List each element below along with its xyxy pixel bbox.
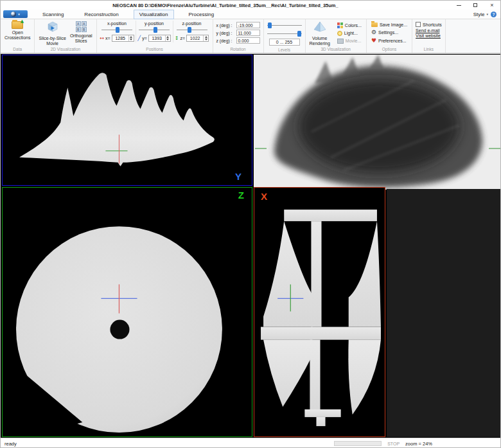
chevron-down-icon: ▾ <box>486 12 488 16</box>
ribbon-group-2d-visualization: Slice-by-Slice Movie AABB Orthogonal Sli… <box>35 19 96 53</box>
y-axis-icon: ╱ <box>137 36 141 41</box>
y-position-slider[interactable] <box>139 27 170 33</box>
ribbon-group-options: Save Image... ⚙ Settings... ♥ Preference… <box>367 19 412 53</box>
open-folder-icon: ▲ <box>12 21 23 29</box>
cube-play-icon <box>47 21 58 35</box>
projection-image[interactable] <box>254 55 501 190</box>
rotation-x-row: x (deg) : -19.000 <box>216 22 260 28</box>
rotation-z-label: z (deg) : <box>216 39 235 43</box>
y-prefix: y= <box>142 36 147 40</box>
orthogonal-slices-button[interactable]: AABB Orthogonal Slices <box>68 21 94 44</box>
tab-visualization[interactable]: Visualization <box>134 10 174 19</box>
rotation-y-label: y (deg) : <box>216 31 235 35</box>
maximize-button[interactable] <box>467 1 484 10</box>
application-menu-button[interactable]: ▾ <box>3 10 28 18</box>
rotation-y-row: y (deg) : 11.000 <box>216 30 260 36</box>
heart-icon: ♥ <box>371 38 376 44</box>
levels-high-slider[interactable] <box>267 31 302 37</box>
titlebar: NEOSCAN 80 D:\DEMO\Firenze\AluTurbine\Al… <box>1 1 500 10</box>
y-slice-image[interactable] <box>3 55 252 185</box>
shortcuts-checkbox-row[interactable]: Shortcuts <box>416 22 442 27</box>
group-label-levels: Levels <box>266 47 303 53</box>
ribbon-group-levels: 0 ... 255 Levels <box>264 19 306 53</box>
rotation-y-value[interactable]: 11.000 <box>236 30 260 36</box>
shortcuts-checkbox[interactable] <box>416 22 421 27</box>
progress-bar <box>334 441 382 446</box>
rotation-z-row: z (deg) : 0.000 <box>216 37 260 44</box>
z-position-spinbox[interactable]: 1022 <box>186 35 209 42</box>
y-position-value[interactable]: 1393 <box>149 35 165 41</box>
movie-button[interactable]: Movie... <box>336 37 363 44</box>
style-label: Style <box>473 12 485 17</box>
x-spinner-buttons[interactable] <box>128 35 134 41</box>
x-position-slider[interactable] <box>101 27 132 33</box>
orthogonal-slices-icon: AABB <box>76 21 87 32</box>
tab-processing[interactable]: Processing <box>183 10 220 19</box>
window-title: NEOSCAN 80 D:\DEMO\Firenze\AluTurbine\Al… <box>1 3 450 8</box>
colors-label: Colors... <box>345 23 362 28</box>
ribbon-group-rotation: x (deg) : -19.000 y (deg) : 11.000 z (de… <box>213 19 264 53</box>
tab-scanning[interactable]: Scanning <box>37 10 69 19</box>
projection-view[interactable] <box>254 55 501 190</box>
z-position-control: z-position ↕ z= 1022 <box>173 21 211 42</box>
minimize-button[interactable] <box>450 1 467 10</box>
z-view-label: Z <box>238 190 244 200</box>
open-crossections-button[interactable]: ▲ Open Crossections <box>3 21 32 40</box>
open-crossections-label: Open Crossections <box>4 30 30 40</box>
settings-button[interactable]: ⚙ Settings... <box>370 28 409 36</box>
shortcuts-label: Shortcuts <box>423 22 442 27</box>
z-spinner-buttons[interactable] <box>203 35 208 41</box>
slice-by-slice-movie-label: Slice-by-Slice Movie <box>39 36 66 46</box>
ribbon-group-links: Shortcuts Send e-mail Visit website Link… <box>412 19 446 53</box>
group-label-data: Data <box>3 46 32 53</box>
palette-icon <box>337 22 343 28</box>
slice-by-slice-movie-button[interactable]: Slice-by-Slice Movie <box>37 21 67 46</box>
z-axis-icon: ↕ <box>175 36 179 41</box>
x-slice-image[interactable] <box>254 188 385 436</box>
group-label-options: Options <box>369 46 410 53</box>
gear-icon: ⚙ <box>371 30 376 35</box>
prism-icon <box>313 21 326 35</box>
light-label: Light... <box>344 31 358 35</box>
rotation-z-value[interactable]: 0.000 <box>236 37 260 44</box>
z-prefix: z= <box>180 36 186 40</box>
x-position-value[interactable]: 1285 <box>112 35 128 41</box>
x-position-spinbox[interactable]: 1285 <box>112 35 134 42</box>
colors-button[interactable]: Colors... <box>336 21 363 29</box>
group-label-3d-visualization: 3D Visualization <box>308 46 364 53</box>
group-label-rotation: Rotation <box>215 46 261 53</box>
y-slice-view[interactable]: Y <box>2 55 252 186</box>
send-email-link[interactable]: Send e-mail <box>416 28 442 33</box>
levels-range-box[interactable]: 0 ... 255 <box>269 39 300 46</box>
ribbon-group-positions: x-position ↔ x= 1285 y-position <box>97 19 213 53</box>
z-position-value[interactable]: 1022 <box>187 35 203 41</box>
light-button[interactable]: Light... <box>336 30 363 37</box>
light-bulb-icon <box>337 31 342 36</box>
zoom-level: zoom = 24% <box>405 441 432 447</box>
close-button[interactable]: × <box>484 1 500 10</box>
x-prefix: x= <box>105 36 110 40</box>
visit-website-link[interactable]: Visit website <box>416 33 442 38</box>
levels-low-slider[interactable] <box>267 22 302 29</box>
z-slice-view[interactable]: Z <box>2 187 252 437</box>
preferences-button[interactable]: ♥ Preferences... <box>370 37 409 44</box>
z-slice-image[interactable] <box>3 188 252 436</box>
style-selector[interactable]: Style ▾ <box>473 12 488 17</box>
x-slice-view[interactable]: X <box>254 187 385 437</box>
views-area: Y <box>1 54 501 438</box>
maximize-icon <box>473 3 477 7</box>
volume-rendering-button[interactable]: Volume Rendering <box>308 21 332 46</box>
volume-rendering-label: Volume Rendering <box>310 36 330 46</box>
stop-button[interactable]: STOP <box>387 442 400 446</box>
save-image-label: Save Image... <box>380 22 407 27</box>
up-arrow-icon: ▲ <box>21 19 24 24</box>
tab-reconstruction[interactable]: Reconstruction <box>78 10 124 19</box>
y-spinner-buttons[interactable] <box>165 35 170 41</box>
rotation-x-value[interactable]: -19.000 <box>236 22 260 28</box>
rotation-x-label: x (deg) : <box>216 23 235 28</box>
application-window: NEOSCAN 80 D:\DEMO\Firenze\AluTurbine\Al… <box>0 0 501 448</box>
save-image-button[interactable]: Save Image... <box>370 21 409 28</box>
y-position-spinbox[interactable]: 1393 <box>148 35 171 42</box>
z-position-slider[interactable] <box>177 27 207 33</box>
help-icon[interactable]: ? <box>491 12 497 17</box>
